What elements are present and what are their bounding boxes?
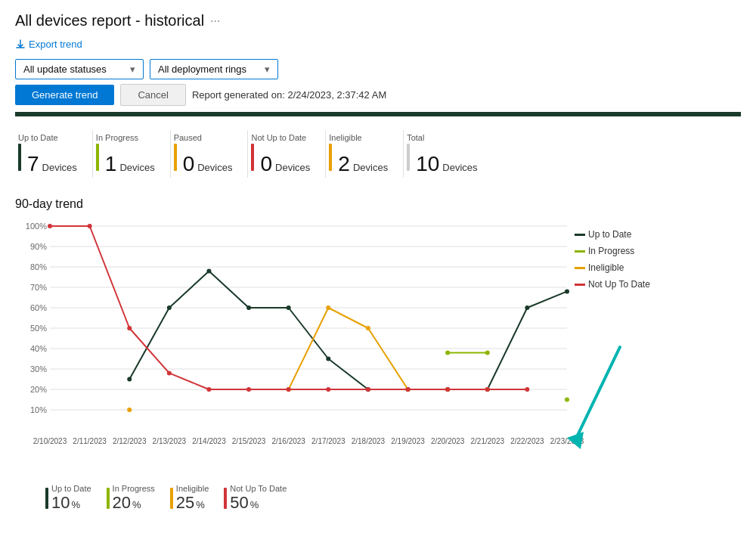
bottom-stat-bar [224,488,227,509]
stat-item: Total 10 Devices [404,130,492,178]
bottom-stat-value: 10 [51,493,70,513]
svg-text:60%: 60% [30,303,47,312]
svg-text:30%: 30% [30,364,47,374]
svg-point-47 [485,350,490,355]
svg-point-34 [127,377,132,382]
bottom-stat-bar [45,488,48,509]
svg-point-45 [565,289,569,293]
svg-text:Up to Date: Up to Date [588,229,632,240]
svg-point-39 [326,357,330,361]
stat-value: 2 Devices [329,144,388,175]
cancel-button[interactable]: Cancel [120,84,185,106]
chart-title: 90-day trend [15,197,741,211]
svg-text:Not Up To Date: Not Up To Date [588,279,650,290]
svg-point-49 [127,408,132,412]
svg-text:2/10/2023: 2/10/2023 [33,437,67,445]
svg-text:2/16/2023: 2/16/2023 [271,437,305,445]
svg-point-68 [525,387,529,392]
svg-point-58 [127,326,132,330]
svg-rect-69 [575,234,585,236]
svg-point-64 [366,387,370,392]
stat-unit: Devices [197,162,232,173]
chart-section: 90-day trend 10%20%30%40%50%60%70%80%90%… [15,197,741,513]
svg-text:10%: 10% [30,405,47,414]
stat-unit: Devices [353,162,388,173]
svg-text:Ineligible: Ineligible [588,262,624,273]
svg-point-65 [406,387,411,392]
export-icon [15,39,26,50]
svg-text:20%: 20% [30,385,47,394]
report-generated-text: Report generated on: 2/24/2023, 2:37:42 … [192,89,386,101]
stat-value: 1 Devices [96,144,155,175]
bottom-stat-pct: % [250,499,259,510]
stat-number: 0 [260,153,272,175]
stat-bar [251,144,254,171]
stat-number: 7 [27,153,39,175]
filters-row: All update statuses ▾ All deployment rin… [15,59,741,79]
stat-label: Total [407,133,477,142]
status-dropdown[interactable]: All update statuses ▾ [15,59,144,79]
generate-trend-button[interactable]: Generate trend [15,85,114,105]
svg-point-62 [287,387,291,392]
page-title: All devices report - historical [15,12,204,29]
bottom-stat-label: Ineligible [176,484,209,493]
svg-point-60 [206,387,211,392]
chevron-down-icon: ▾ [130,64,135,75]
stat-bar [174,144,177,171]
stat-bar [329,144,332,171]
chevron-down-icon: ▾ [265,64,270,75]
dark-divider [15,112,741,116]
svg-text:40%: 40% [30,344,47,353]
chart-wrapper: 10%20%30%40%50%60%70%80%90%100%2/10/2023… [15,219,741,478]
svg-text:90%: 90% [30,242,47,251]
svg-text:2/22/2023: 2/22/2023 [510,437,544,445]
export-trend-link[interactable]: Export trend [15,39,82,50]
svg-point-56 [48,224,52,228]
svg-line-77 [575,347,620,442]
svg-text:2/21/2023: 2/21/2023 [471,437,505,445]
stat-bar [407,144,410,171]
stat-unit: Devices [442,162,477,173]
stat-unit: Devices [275,162,310,173]
svg-point-51 [326,305,330,310]
bottom-stat-pct: % [196,499,205,510]
svg-point-46 [445,350,450,355]
stat-item: Ineligible 2 Devices [326,130,404,178]
svg-point-61 [246,387,251,392]
svg-point-38 [287,305,291,310]
stat-label: Not Up to Date [251,133,310,142]
stat-number: 10 [416,153,439,175]
svg-point-48 [565,398,569,402]
action-row: Generate trend Cancel Report generated o… [15,84,741,106]
svg-point-35 [167,305,172,310]
svg-point-52 [366,326,370,330]
bottom-stat-bar [107,488,110,509]
stat-item: Up to Date 7 Devices [15,130,93,178]
bottom-stat-item: Ineligible 25 % [170,484,209,513]
page-title-row: All devices report - historical ··· [15,12,741,29]
stat-bar [96,144,99,171]
stat-value: 0 Devices [174,144,233,175]
stat-value: 7 Devices [18,144,77,175]
page-container: All devices report - historical ··· Expo… [0,0,756,525]
stat-label: Up to Date [18,133,77,142]
svg-text:2/13/2023: 2/13/2023 [153,437,187,445]
svg-text:2/14/2023: 2/14/2023 [192,437,226,445]
bottom-stat-label: Not Up To Date [230,484,287,493]
svg-text:50%: 50% [30,324,47,333]
stat-item: In Progress 1 Devices [93,130,171,178]
svg-text:2/15/2023: 2/15/2023 [232,437,266,445]
stat-label: Ineligible [329,133,388,142]
stat-item: Paused 0 Devices [171,130,249,178]
svg-point-57 [88,224,92,228]
ring-dropdown[interactable]: All deployment rings ▾ [150,59,278,79]
svg-point-67 [485,387,490,392]
bottom-stat-item: In Progress 20 % [107,484,155,513]
trend-chart: 10%20%30%40%50%60%70%80%90%100%2/10/2023… [15,219,665,476]
svg-text:2/17/2023: 2/17/2023 [311,437,345,445]
stat-unit: Devices [42,162,77,173]
bottom-stat-value: 20 [113,493,131,513]
bottom-stat-value: 25 [176,493,194,513]
stat-number: 0 [183,153,195,175]
svg-text:70%: 70% [30,283,47,292]
